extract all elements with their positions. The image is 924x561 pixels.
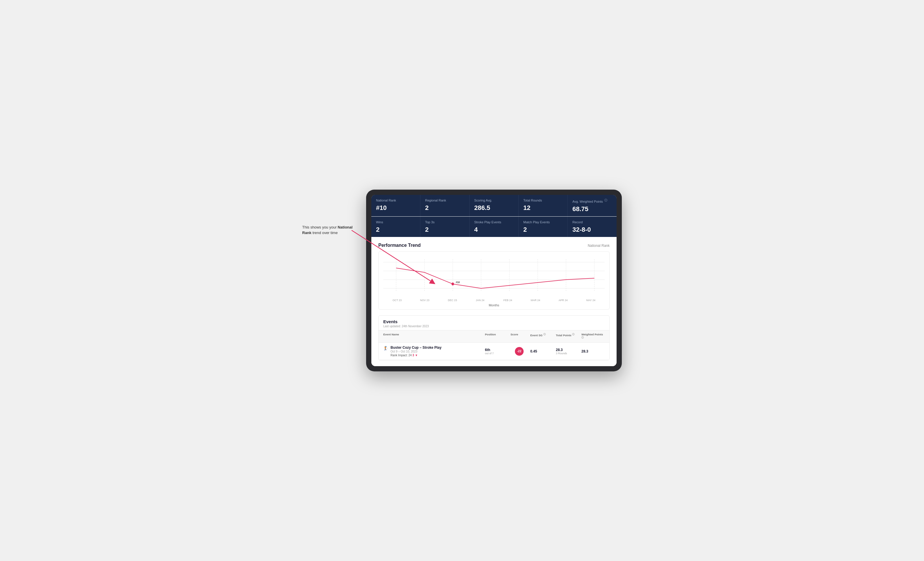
- content-area: Performance Trend National Rank: [371, 237, 616, 366]
- stat-stroke-play-value: 4: [474, 226, 514, 233]
- stats-grid-row1: National Rank #10 Regional Rank 2 Scorin…: [371, 195, 616, 216]
- stat-record: Record 32-8-0: [568, 217, 616, 237]
- month-may24: MAY 24: [577, 299, 604, 302]
- stat-record-label: Record: [572, 220, 612, 224]
- stat-scoring-avg: Scoring Avg. 286.5: [470, 195, 518, 216]
- events-header: Events Last updated: 24th November 2023: [379, 316, 609, 331]
- info-icon-sg: ⓘ: [543, 333, 546, 336]
- stat-wins: Wins 2: [371, 217, 420, 237]
- weighted-points-value: 28.3: [581, 349, 604, 353]
- month-oct23: OCT 23: [383, 299, 411, 302]
- event-details: Buster Cozy Cup – Stroke Play Oct 9 – Oc…: [390, 346, 441, 357]
- stat-match-play-value: 2: [523, 226, 563, 233]
- stat-top3s-value: 2: [425, 226, 465, 233]
- col-total-points: Total Points ⓘ: [556, 333, 579, 340]
- stat-wins-label: Wins: [376, 220, 416, 224]
- rank-badge: 3: [412, 354, 414, 357]
- month-jan24: JAN 24: [466, 299, 494, 302]
- stat-stroke-play: Stroke Play Events 4: [470, 217, 518, 237]
- info-icon-avg: ⓘ: [604, 199, 607, 202]
- stat-avg-weighted-points-value: 68.75: [572, 205, 612, 213]
- events-section: Events Last updated: 24th November 2023 …: [378, 315, 610, 361]
- stat-match-play: Match Play Events 2: [519, 217, 567, 237]
- chart-svg: #10: [383, 256, 604, 297]
- stat-record-value: 32-8-0: [572, 226, 612, 233]
- month-mar24: MAR 24: [522, 299, 549, 302]
- stat-avg-weighted-points-label: Avg. Weighted Points ⓘ: [572, 198, 612, 203]
- outer-wrapper: This shows you your National Rank trend …: [302, 190, 622, 371]
- table-row: 🏌 Buster Cozy Cup – Stroke Play Oct 9 – …: [379, 343, 609, 360]
- month-feb24: FEB 24: [494, 299, 522, 302]
- stat-match-play-label: Match Play Events: [523, 220, 563, 224]
- month-nov23: NOV 23: [411, 299, 438, 302]
- weighted-points-cell: 28.3: [581, 349, 604, 353]
- col-event-sg: Event SG ⓘ: [530, 333, 554, 340]
- stat-top3s: Top 3s 2: [420, 217, 469, 237]
- event-icon: 🏌: [383, 346, 388, 350]
- event-sg-value: 0.45: [530, 349, 554, 353]
- stat-scoring-avg-label: Scoring Avg.: [474, 198, 514, 202]
- tablet-frame: National Rank #10 Regional Rank 2 Scorin…: [366, 190, 622, 371]
- annotation-text: This shows you your: [302, 225, 338, 229]
- col-position: Position: [485, 333, 508, 340]
- stat-avg-weighted-points: Avg. Weighted Points ⓘ 68.75: [568, 195, 616, 216]
- stat-top3s-label: Top 3s: [425, 220, 465, 224]
- tablet-screen: National Rank #10 Regional Rank 2 Scorin…: [371, 195, 616, 366]
- col-event-name: Event Name: [383, 333, 483, 340]
- stat-total-rounds-label: Total Rounds: [523, 198, 563, 202]
- chart-months: OCT 23 NOV 23 DEC 23 JAN 24 FEB 24 MAR 2…: [383, 297, 604, 302]
- month-apr24: APR 24: [549, 299, 577, 302]
- events-title: Events: [383, 319, 604, 324]
- chart-svg-wrapper: #10: [383, 256, 604, 297]
- event-date: Oct 9 – Oct 10, 2023: [390, 350, 441, 353]
- stat-stroke-play-label: Stroke Play Events: [474, 220, 514, 224]
- annotation: This shows you your National Rank trend …: [302, 224, 360, 236]
- rank-impact: Rank Impact: 24 3 ▼: [390, 354, 441, 357]
- rank-impact-text: Rank Impact: 24: [390, 354, 412, 357]
- stat-scoring-avg-value: 286.5: [474, 204, 514, 212]
- month-dec23: DEC 23: [439, 299, 466, 302]
- position-sub: out of 7: [485, 352, 508, 355]
- total-points-sub: 3 Rounds: [556, 352, 579, 355]
- chart-x-axis-title: Months: [383, 304, 604, 307]
- event-name: Buster Cozy Cup – Stroke Play: [390, 346, 441, 350]
- event-score-cell: -22: [510, 347, 528, 356]
- info-icon-wp: ⓘ: [581, 336, 584, 339]
- stat-total-rounds: Total Rounds 12: [519, 195, 567, 216]
- chart-label: National Rank: [588, 244, 610, 248]
- stat-regional-rank-label: Regional Rank: [425, 198, 465, 202]
- stats-grid-row2: Wins 2 Top 3s 2 Stroke Play Events 4 Mat…: [371, 217, 616, 237]
- chart-title: Performance Trend: [378, 243, 421, 248]
- stat-regional-rank-value: 2: [425, 204, 465, 212]
- total-points-cell: 28.3 3 Rounds: [556, 348, 579, 355]
- stat-regional-rank: Regional Rank 2: [420, 195, 469, 216]
- stat-national-rank-label: National Rank: [376, 198, 416, 202]
- total-points-value: 28.3: [556, 348, 579, 352]
- stat-total-rounds-value: 12: [523, 204, 563, 212]
- chart-rank-label: #10: [456, 281, 460, 284]
- events-table-header: Event Name Position Score Event SG ⓘ Tot…: [379, 331, 609, 343]
- events-last-updated: Last updated: 24th November 2023: [383, 325, 604, 328]
- event-sg-cell: 0.45: [530, 349, 554, 353]
- rank-arrow-icon: ▼: [415, 354, 418, 357]
- chart-section-header: Performance Trend National Rank: [378, 243, 610, 248]
- stat-national-rank: National Rank #10: [371, 195, 420, 216]
- position-text: 6th: [485, 348, 508, 352]
- stat-wins-value: 2: [376, 226, 416, 233]
- event-name-col: 🏌 Buster Cozy Cup – Stroke Play Oct 9 – …: [383, 346, 483, 357]
- info-icon-tp: ⓘ: [572, 333, 574, 336]
- col-score: Score: [510, 333, 528, 340]
- event-position: 6th out of 7: [485, 348, 508, 355]
- stat-national-rank-value: #10: [376, 204, 416, 212]
- chart-datapoint: [452, 283, 454, 286]
- annotation-text2: trend over time: [312, 230, 338, 235]
- chart-container: #10 OCT 23 NOV 23 DEC 23 JAN 24 FEB 24 M…: [378, 251, 610, 310]
- col-weighted-points: Weighted Points ⓘ: [581, 333, 604, 340]
- score-badge: -22: [515, 347, 524, 356]
